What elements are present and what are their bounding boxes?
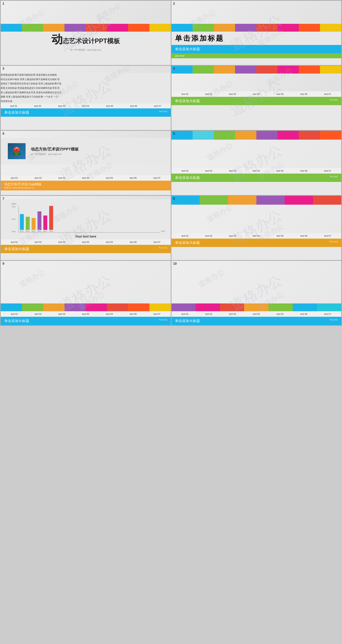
slide8-labels-bar: text 01 text 02 text 03 text 04 text 05 … — [172, 233, 342, 238]
label-03-s6: text 03 — [221, 170, 244, 172]
label-03-s9: text 03 — [50, 313, 74, 315]
label-01-s3: text 01 — [2, 105, 26, 107]
bar-4 — [38, 212, 42, 230]
slide10-body-bg — [172, 261, 342, 304]
slide7-chart-area: TEXT TEXT TEXT TEXT TEXT TEXT — [1, 199, 171, 239]
slide2-click-title-banner[interactable]: 单击添加大标题 — [172, 45, 342, 53]
label-04-s10: text 04 — [244, 313, 268, 315]
strip-color-4 — [64, 24, 86, 32]
bar-3 — [32, 218, 36, 230]
label-07-s7: text 07 — [145, 241, 169, 244]
label-01-s9: text 01 — [2, 313, 26, 315]
label-06-s5: text 06 — [121, 176, 145, 179]
slide9-labels-bar: text 01 text 02 text 03 text 04 text 05 … — [1, 311, 171, 317]
slide4-click-title: 单击添加大标题 — [175, 98, 200, 104]
label-07-s4: text 07 — [316, 93, 340, 96]
slide2-top-bg — [172, 1, 342, 24]
slide3-labels-bar: text 01 text 02 text 03 text 04 text 05 … — [1, 104, 171, 108]
bar-group-1: TEXT — [20, 206, 24, 232]
label-05-s3: text 05 — [98, 105, 122, 107]
slide-5-number: 5 — [2, 132, 4, 136]
slide1-subtitle: 第一PPT模板网：www.1ppt.com — [1, 48, 171, 52]
slide-4-number: 4 — [173, 67, 175, 70]
slide-2: 2 道格办公 道格办公 单击添加标题 单击添加大标题 your text — [172, 1, 342, 65]
label-05-s5: text 05 — [98, 176, 121, 179]
slide6-labels-bar: text 01 text 02 text 03 text 04 text 05 … — [172, 168, 342, 174]
label-06-s6: text 06 — [292, 170, 316, 172]
bar-group-5: TEXT — [43, 206, 47, 232]
label-06-s10: text 06 — [292, 313, 316, 315]
slide7-bottom-banner[interactable]: 单击添加大标题 Your text — [1, 245, 171, 253]
slide6-body-bg — [172, 140, 342, 168]
bar-group-2: TEXT — [26, 206, 30, 232]
label-01-s8: text 01 — [173, 234, 197, 237]
slide5-bottom-sub: 道格办公 www.daogecangong.com — [4, 186, 167, 189]
label-05-s6: text 05 — [268, 170, 292, 172]
slide5-bottom-banner: 动态方块/艺术设计ppt模板 道格办公 www.daogecangong.com — [1, 181, 171, 190]
slide9-your-text: Your text — [159, 318, 167, 323]
bar-group-3: TEXT — [32, 206, 36, 232]
strip-color-2 — [22, 24, 43, 32]
label-02-s9: text 02 — [26, 313, 50, 315]
label-02-s3: text 02 — [26, 105, 50, 107]
label-03-s10: text 03 — [221, 313, 244, 315]
slide3-bottom-banner[interactable]: 单击添加大标题 Your text — [1, 108, 171, 117]
slide2-title-area: 单击添加标题 — [172, 32, 342, 45]
label-05-s4: text 05 — [268, 93, 292, 96]
label-04-s7: text 04 — [74, 241, 98, 244]
label-06-s3: text 06 — [122, 105, 146, 107]
label-02-s5: text 02 — [26, 176, 50, 179]
label-05-s7: text 05 — [98, 241, 121, 244]
bar-group-4: TEXT — [37, 206, 42, 232]
slide8-bottom-banner[interactable]: 单击添加大标题 Your text — [172, 238, 342, 247]
label-02-s10: text 02 — [197, 313, 221, 315]
slide9-bottom-strip — [1, 304, 171, 311]
slide2-your-text: your text — [175, 54, 184, 57]
slide2-click-title: 单击添加大标题 — [175, 47, 200, 52]
slide10-labels-bar: text 01 text 02 text 03 text 04 text 05 … — [172, 311, 342, 317]
slide1-title-area: 动态艺术设计PPT模板 第一PPT模板网：www.1ppt.com — [1, 32, 171, 52]
slide5-mid-spacer — [1, 164, 171, 175]
label-04-s5: text 04 — [74, 176, 98, 179]
strip-color-6 — [107, 24, 128, 32]
slide10-your-text: Your text — [330, 318, 338, 323]
slide-6-number: 6 — [173, 132, 175, 136]
label-04-s3: text 04 — [74, 105, 98, 107]
label-03-s5: text 03 — [50, 176, 74, 179]
label-02-s8: text 02 — [197, 234, 221, 237]
label-01-s4: text 01 — [173, 93, 197, 96]
label-07-s9: text 07 — [145, 313, 169, 315]
slide5-top-bg — [1, 131, 171, 138]
slide5-bottom-title: 动态方块/艺术设计ppt模板 — [4, 182, 167, 186]
slide9-bottom-banner[interactable]: 单击添加大标题 Your text — [1, 317, 171, 325]
slide10-bottom-banner[interactable]: 单击添加大标题 Your text — [172, 317, 342, 325]
slide10-bottom-strip — [172, 304, 342, 311]
strip-color-7 — [128, 24, 150, 32]
label-01-s10: text 01 — [173, 313, 197, 315]
slide4-bottom-banner[interactable]: 单击添加大标题 Your text — [172, 97, 342, 105]
label-07-s3: text 07 — [146, 105, 170, 107]
slide7-top-bg — [1, 196, 171, 199]
label-04-s6: text 04 — [244, 170, 268, 172]
label-06-s8: text 06 — [292, 234, 316, 237]
slide4-top-strip — [172, 66, 342, 74]
slide1-main-title: 动态艺术设计PPT模板 — [1, 32, 171, 47]
slide6-bottom-banner[interactable]: 单击添加大标题 Your text — [172, 174, 342, 182]
label-06-s7: text 06 — [121, 241, 145, 244]
label-03-s4: text 03 — [221, 93, 244, 96]
slide1-color-strip — [1, 24, 171, 32]
label-07-s8: text 07 — [316, 234, 340, 237]
slide6-click-title: 单击添加大标题 — [175, 175, 200, 180]
strip-color-8 — [150, 24, 171, 32]
label-03-s8: text 03 — [221, 234, 244, 237]
slide3-body: 世界最远的距离不是树与树的距离 而是同根生长的树枝 却无法在风中相依 世界上最远… — [1, 73, 171, 104]
slide-9-number: 9 — [2, 262, 4, 266]
slide-10-number: 10 — [173, 262, 177, 266]
slide8-your-text: Your text — [330, 240, 338, 245]
label-03-s3: text 03 — [50, 105, 74, 107]
slide-3-number: 3 — [2, 67, 4, 70]
label-03-s7: text 03 — [50, 241, 74, 244]
slide-grid: 1 道格办公 道格办公 道格办公 动态艺术设计PPT模板 第一PPT模板网：ww… — [0, 0, 342, 326]
label-05-s9: text 05 — [98, 313, 121, 315]
slide-4: 4 道格办公 道格办公 text 01 text 02 text 03 text… — [172, 66, 342, 130]
